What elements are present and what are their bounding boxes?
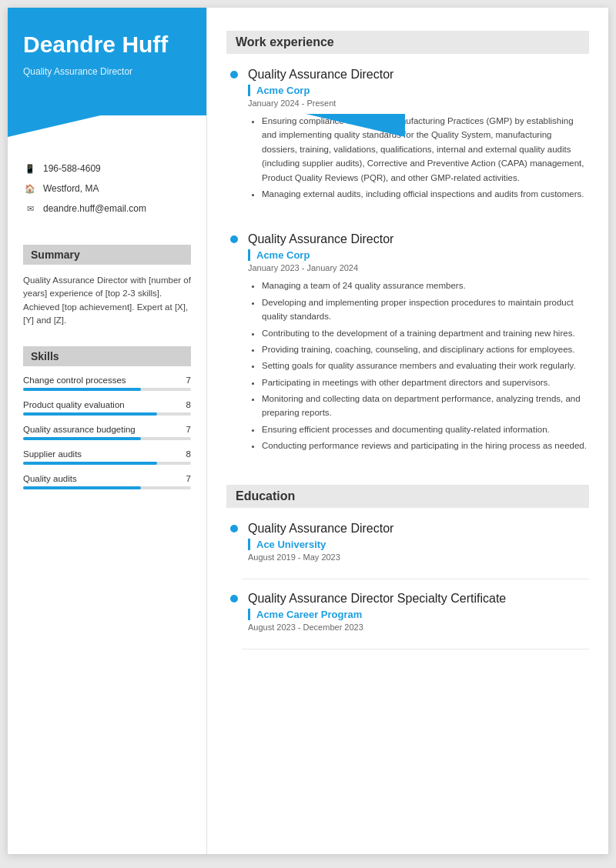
summary-text: Quality Assurance Director with [number … [23, 274, 191, 327]
skill-bar-bg [23, 412, 191, 416]
edu-date: August 2019 - May 2023 [248, 553, 589, 562]
skill-name: Quality assurance budgeting [23, 425, 136, 434]
bullet-item: Setting goals for quality assurance memb… [262, 359, 589, 372]
skill-bar-bg [23, 486, 191, 489]
edu-title: Quality Assurance Director [248, 522, 589, 536]
entry-company: Acme Corp [248, 249, 589, 261]
edu-company: Acme Career Program [248, 609, 589, 620]
email-value: deandre.huff@email.com [43, 203, 146, 214]
skill-name: Quality audits [23, 474, 77, 483]
skill-name: Supplier audits [23, 449, 82, 459]
bullet-item: Contributing to the development of a tra… [262, 326, 589, 340]
skill-item: Quality assurance budgeting 7 [23, 425, 191, 440]
contact-section: 📱 196-588-4609 🏠 Westford, MA ✉ deandre.… [8, 123, 206, 237]
skills-heading: Skills [23, 346, 191, 366]
email-item: ✉ deandre.huff@email.com [23, 202, 191, 215]
edu-content: Quality Assurance Director Ace Universit… [242, 522, 589, 579]
work-entry: Quality Assurance Director Acme Corp Jan… [226, 68, 589, 215]
dot-column [226, 592, 242, 649]
edu-entry: Quality Assurance Director Ace Universit… [226, 522, 589, 579]
work-section-heading: Work experience [226, 31, 589, 54]
entry-title: Quality Assurance Director [248, 232, 589, 246]
edu-content: Quality Assurance Director Specialty Cer… [242, 592, 589, 649]
summary-section: Summary Quality Assurance Director with … [8, 237, 206, 339]
edu-date: August 2023 - December 2023 [248, 623, 589, 632]
skill-item: Change control processes 7 [23, 376, 191, 391]
skill-bar-fill [23, 486, 141, 489]
skills-section: Skills Change control processes 7 Produc… [8, 339, 206, 510]
location-item: 🏠 Westford, MA [23, 182, 191, 195]
skill-bar-bg [23, 462, 191, 465]
skill-name: Product quality evaluation [23, 400, 125, 409]
skill-header: Supplier audits 8 [23, 449, 191, 459]
sidebar: Deandre Huff Quality Assurance Director … [8, 8, 206, 854]
skill-header: Quality audits 7 [23, 474, 191, 483]
bullet-item: Managing a team of 24 quality assurance … [262, 279, 589, 292]
skill-level: 7 [186, 474, 191, 483]
skill-bar-bg [23, 437, 191, 440]
entry-content: Quality Assurance Director Acme Corp Jan… [242, 232, 589, 467]
sidebar-header: Deandre Huff Quality Assurance Director [8, 8, 206, 115]
bullet-item: Managing external audits, including offi… [262, 187, 589, 201]
skill-level: 7 [186, 425, 191, 434]
dot-column [226, 232, 242, 467]
skill-item: Product quality evaluation 8 [23, 400, 191, 416]
skill-name: Change control processes [23, 376, 126, 385]
skill-bar-fill [23, 462, 157, 465]
bullet-item: Providing training, coaching, counseling… [262, 342, 589, 356]
edu-entry: Quality Assurance Director Specialty Cer… [226, 592, 589, 649]
work-entry: Quality Assurance Director Acme Corp Jan… [226, 232, 589, 467]
education-section-heading: Education [226, 485, 589, 508]
edu-title: Quality Assurance Director Specialty Cer… [248, 592, 589, 606]
bullet-item: Conducting performance reviews and parti… [262, 439, 589, 452]
candidate-name: Deandre Huff [23, 31, 191, 58]
email-icon: ✉ [23, 202, 37, 215]
bullet-item: Developing and implementing proper inspe… [262, 295, 589, 324]
bullet-item: Participating in meetings with other dep… [262, 376, 589, 389]
entry-bullets: Managing a team of 24 quality assurance … [248, 279, 589, 452]
phone-item: 📱 196-588-4609 [23, 162, 191, 175]
education-entries: Quality Assurance Director Ace Universit… [226, 522, 589, 649]
skill-header: Change control processes 7 [23, 376, 191, 385]
skill-level: 7 [186, 376, 191, 385]
skill-bar-fill [23, 412, 157, 416]
dot-column [226, 68, 242, 215]
section-dot [230, 71, 238, 78]
entry-date: January 2023 - January 2024 [248, 263, 589, 272]
location-icon: 🏠 [23, 182, 37, 195]
skill-item: Quality audits 7 [23, 474, 191, 489]
edu-company: Ace University [248, 539, 589, 550]
bullet-item: Ensuring efficient processes and documen… [262, 422, 589, 436]
phone-icon: 📱 [23, 162, 37, 175]
skill-bar-bg [23, 388, 191, 391]
entry-content: Quality Assurance Director Acme Corp Jan… [242, 68, 589, 215]
skill-level: 8 [186, 449, 191, 459]
skill-header: Quality assurance budgeting 7 [23, 425, 191, 434]
location-value: Westford, MA [43, 183, 99, 194]
bullet-item: Monitoring and collecting data on depart… [262, 392, 589, 420]
section-dot [230, 235, 238, 243]
skill-bar-fill [23, 388, 141, 391]
phone-value: 196-588-4609 [43, 163, 101, 174]
section-dot [230, 595, 238, 603]
skill-item: Supplier audits 8 [23, 449, 191, 465]
section-dot [230, 525, 238, 532]
candidate-title: Quality Assurance Director [23, 66, 191, 77]
skill-header: Product quality evaluation 8 [23, 400, 191, 409]
entry-company: Acme Corp [248, 85, 589, 96]
skill-bar-fill [23, 437, 141, 440]
entry-date: January 2024 - Present [248, 98, 589, 108]
skill-level: 8 [186, 400, 191, 409]
skills-list: Change control processes 7 Product quali… [23, 376, 191, 489]
resume-container: Deandre Huff Quality Assurance Director … [8, 8, 608, 854]
summary-heading: Summary [23, 245, 191, 265]
entry-title: Quality Assurance Director [248, 68, 589, 82]
dot-column [226, 522, 242, 579]
